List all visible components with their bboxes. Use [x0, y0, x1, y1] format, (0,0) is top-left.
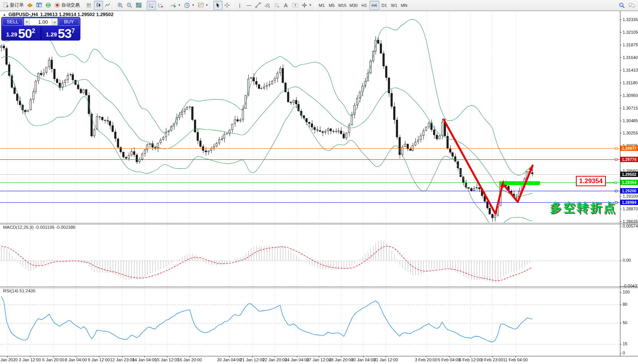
channel-icon: E	[264, 2, 271, 8]
arrows-button[interactable]: ▼	[300, 1, 313, 10]
signals-button[interactable]	[44, 1, 53, 10]
profile-icon	[36, 2, 42, 8]
price-chart-canvas[interactable]	[0, 0, 638, 364]
fibonacci-button[interactable]: F	[272, 1, 281, 10]
tf-h4-button[interactable]: H4	[369, 1, 379, 10]
indicators-button[interactable]: ▼	[169, 1, 182, 10]
new-order-button[interactable]: 新订单	[2, 1, 25, 10]
vertical-line-icon: |	[239, 3, 240, 8]
zoom-in-icon	[117, 2, 123, 8]
sell-price-button[interactable]: 1.29 50 2	[2, 26, 41, 40]
template-icon	[198, 2, 204, 8]
volume-input[interactable]: 1.00	[30, 18, 52, 25]
autotrading-button[interactable]: 自动交易	[53, 1, 81, 10]
buy-price-button[interactable]: 1.29 53 7	[41, 26, 80, 40]
new-order-label: 新订单	[10, 2, 24, 8]
autotrading-icon	[54, 2, 60, 8]
chat-button[interactable]	[627, 1, 636, 10]
chevron-down-icon: ▼	[178, 3, 181, 7]
indicators-icon	[170, 2, 176, 8]
line-chart-button[interactable]	[103, 1, 112, 10]
toolbar-separator	[83, 1, 83, 10]
clock-icon	[184, 2, 190, 8]
toolbar-separator	[167, 1, 167, 10]
buy-price-big: 53	[58, 28, 72, 39]
toolbar-separator	[233, 1, 234, 10]
one-click-trading-panel: SELL ▼ 1.00 ▲ BUY 1.29 50 2 1.29 53 7	[1, 17, 80, 41]
arrows-icon	[302, 2, 307, 8]
chart-title: ▲ GBPUSD-,H4 1.29613 1.29614 1.29502 1.2…	[3, 12, 113, 17]
trendline-button[interactable]	[254, 1, 263, 10]
tile-windows-button[interactable]	[134, 1, 143, 10]
svg-text:F: F	[278, 6, 279, 8]
horizontal-line-button[interactable]: —	[244, 1, 254, 10]
crosshair-button[interactable]	[223, 1, 232, 10]
line-chart-icon	[105, 2, 111, 8]
autotrading-label: 自动交易	[61, 2, 80, 8]
market-watch-button[interactable]	[25, 1, 34, 10]
candlestick-chart-icon	[95, 2, 102, 8]
fibonacci-icon: F	[274, 2, 280, 8]
bar-chart-icon	[86, 2, 92, 8]
zoom-out-icon	[126, 2, 133, 8]
candlestick-chart-button[interactable]	[94, 1, 103, 10]
signals-icon	[45, 2, 51, 8]
ohlc-values: 1.29613 1.29614 1.29502 1.29502	[40, 12, 113, 17]
chart-shift-icon	[157, 2, 164, 8]
collapse-icon[interactable]: ▲	[3, 13, 6, 16]
zoom-out-button[interactable]	[125, 1, 134, 10]
toolbar-separator	[212, 1, 212, 10]
main-toolbar: 新订单 自动交易 ▼ ▼	[0, 0, 638, 11]
svg-text:T: T	[294, 3, 296, 7]
sell-price-pip: 2	[32, 28, 35, 34]
text-label-button[interactable]: T	[290, 1, 300, 10]
gold-chart-icon	[27, 2, 33, 8]
trendline-icon	[255, 2, 261, 8]
zoom-in-button[interactable]	[116, 1, 125, 10]
horizontal-line-icon: —	[246, 3, 251, 8]
cursor-icon	[215, 2, 221, 8]
auto-scroll-icon	[148, 2, 154, 8]
tf-d1-button[interactable]: D1	[379, 1, 389, 10]
tf-m15-button[interactable]: M15	[337, 1, 348, 10]
crosshair-icon	[224, 2, 230, 8]
chevron-down-icon: ▼	[192, 3, 195, 7]
buy-price-pip: 7	[72, 28, 75, 34]
tf-w1-button[interactable]: W1	[389, 1, 399, 10]
buy-button[interactable]: BUY	[59, 18, 79, 26]
volume-decrease-button[interactable]: ▼	[24, 18, 30, 25]
search-icon	[619, 2, 625, 8]
text-icon: A	[284, 3, 287, 8]
buy-price-prefix: 1.29	[46, 31, 57, 39]
sell-price-big: 50	[18, 28, 32, 39]
equidistant-channel-button[interactable]: E	[263, 1, 272, 10]
new-order-icon	[3, 2, 9, 8]
chevron-down-icon: ▼	[309, 3, 312, 7]
sell-button[interactable]: SELL	[2, 18, 23, 26]
tf-m1-button[interactable]: M1	[317, 1, 327, 10]
volume-stepper: ▼ 1.00 ▲	[24, 18, 58, 26]
cursor-button[interactable]	[213, 1, 223, 10]
symbol-period-label: GBPUSD-,H4	[8, 12, 38, 17]
sell-price-prefix: 1.29	[6, 31, 17, 39]
text-button[interactable]: A	[281, 1, 290, 10]
templates-button[interactable]: ▼	[196, 1, 210, 10]
toolbar-separator	[145, 1, 145, 10]
chat-icon	[628, 2, 635, 8]
periods-button[interactable]: ▼	[182, 1, 196, 10]
tf-mn-button[interactable]: MN	[399, 1, 409, 10]
tf-h1-button[interactable]: H1	[359, 1, 369, 10]
auto-scroll-button[interactable]	[147, 1, 156, 10]
profile-button[interactable]	[34, 1, 44, 10]
volume-increase-button[interactable]: ▲	[52, 18, 57, 25]
text-label-icon: T	[292, 2, 298, 8]
tf-m30-button[interactable]: M30	[348, 1, 359, 10]
toolbar-separator	[315, 1, 315, 10]
bar-chart-button[interactable]	[85, 1, 94, 10]
chart-shift-button[interactable]	[156, 1, 165, 10]
tile-windows-icon	[136, 2, 142, 8]
vertical-line-button[interactable]: |	[235, 1, 244, 10]
search-button[interactable]	[617, 1, 627, 10]
tf-m5-button[interactable]: M5	[327, 1, 337, 10]
toolbar-separator	[114, 1, 114, 10]
